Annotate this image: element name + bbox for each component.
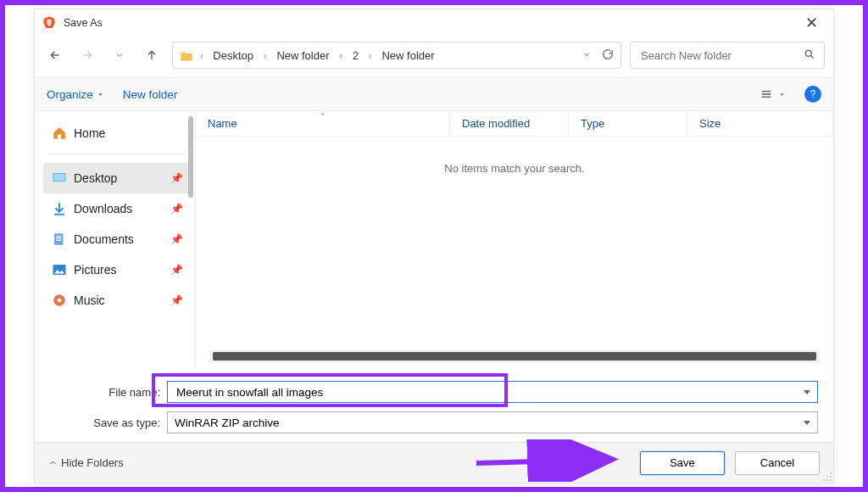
breadcrumb-segment[interactable]: New folder — [273, 48, 332, 64]
sidebar-scrollbar-thumb[interactable] — [188, 116, 193, 198]
toolbar: Organize New folder ? — [35, 77, 833, 111]
sidebar-item-documents[interactable]: Documents 📌 — [43, 224, 192, 254]
filename-input[interactable] — [175, 385, 795, 400]
pin-icon: 📌 — [170, 172, 183, 184]
sidebar-item-desktop[interactable]: Desktop 📌 — [43, 163, 192, 193]
horizontal-scrollbar[interactable] — [209, 350, 820, 362]
chevron-right-icon: › — [338, 51, 344, 60]
save-as-dialog: Save As ✕ › Desktop › New folder › 2 › N… — [34, 8, 834, 484]
nav-forward-button[interactable] — [75, 43, 99, 67]
nav-row: › Desktop › New folder › 2 › New folder — [35, 36, 833, 77]
svg-rect-3 — [54, 233, 64, 245]
main-area: Home Desktop 📌 Downloads 📌 Documents 📌 — [35, 111, 833, 367]
svg-rect-4 — [56, 236, 61, 237]
address-dropdown-icon[interactable] — [581, 49, 592, 62]
download-icon — [52, 201, 67, 216]
refresh-button[interactable] — [602, 48, 614, 63]
close-button[interactable]: ✕ — [797, 12, 826, 34]
chevron-right-icon: › — [198, 51, 204, 60]
view-options-button[interactable] — [760, 88, 786, 100]
sidebar-item-music[interactable]: Music 📌 — [43, 285, 192, 316]
search-input[interactable] — [639, 48, 804, 63]
search-icon[interactable] — [804, 48, 815, 63]
search-box[interactable] — [630, 42, 825, 69]
cancel-button[interactable]: Cancel — [735, 451, 820, 475]
nav-back-button[interactable] — [43, 43, 67, 67]
home-icon — [52, 126, 67, 141]
filename-type-area: File name: Save as type: WinRAR ZIP arch… — [35, 367, 833, 442]
pin-icon: 📌 — [170, 203, 183, 215]
file-list-area: ⌃ Name Date modified Type Size No items … — [196, 111, 833, 367]
sidebar-item-label: Pictures — [74, 263, 164, 277]
pin-icon: 📌 — [170, 294, 183, 306]
hide-folders-toggle[interactable]: Hide Folders — [48, 456, 124, 469]
sidebar-item-downloads[interactable]: Downloads 📌 — [43, 193, 192, 224]
chevron-right-icon: › — [262, 51, 268, 60]
sidebar-item-label: Music — [74, 294, 164, 307]
pin-icon: 📌 — [170, 233, 183, 245]
documents-icon — [52, 232, 67, 247]
column-header-name[interactable]: ⌃ Name — [196, 111, 450, 136]
sidebar-item-pictures[interactable]: Pictures 📌 — [43, 254, 192, 285]
filename-combo[interactable] — [167, 381, 818, 403]
sidebar-item-label: Desktop — [74, 171, 164, 185]
sidebar-item-label: Downloads — [74, 202, 164, 215]
save-as-type-label: Save as type: — [50, 417, 160, 429]
breadcrumb-segment[interactable]: Desktop — [209, 48, 257, 64]
sort-indicator-icon: ⌃ — [320, 112, 326, 120]
nav-up-button[interactable] — [140, 43, 164, 67]
column-header-size[interactable]: Size — [687, 111, 833, 136]
empty-state-message: No items match your search. — [196, 137, 833, 350]
window-title: Save As — [64, 17, 103, 29]
pictures-icon — [52, 262, 67, 277]
dialog-footer: Hide Folders Save Cancel — [35, 442, 833, 483]
sidebar-item-home[interactable]: Home — [43, 118, 192, 148]
sidebar-item-label: Home — [74, 126, 183, 140]
svg-point-0 — [805, 50, 811, 56]
brave-app-icon — [42, 15, 57, 31]
filename-label: File name: — [50, 386, 160, 399]
svg-point-9 — [58, 299, 62, 303]
column-headers: ⌃ Name Date modified Type Size — [196, 111, 833, 137]
help-button[interactable]: ? — [804, 86, 821, 103]
titlebar: Save As ✕ — [35, 9, 833, 36]
breadcrumb-segment[interactable]: 2 — [349, 48, 362, 64]
nav-sidebar: Home Desktop 📌 Downloads 📌 Documents 📌 — [35, 111, 196, 367]
resize-grip[interactable] — [821, 471, 832, 481]
save-as-type-value: WinRAR ZIP archive — [175, 417, 280, 429]
folder-icon — [180, 49, 193, 61]
sidebar-item-label: Documents — [74, 232, 164, 246]
save-button[interactable]: Save — [640, 451, 725, 475]
sidebar-separator — [48, 154, 186, 154]
column-header-type[interactable]: Type — [569, 111, 687, 136]
organize-menu[interactable]: Organize — [47, 88, 104, 101]
desktop-icon — [52, 171, 67, 186]
save-as-type-combo[interactable]: WinRAR ZIP archive — [167, 411, 818, 433]
column-header-date[interactable]: Date modified — [450, 111, 569, 136]
breadcrumb-segment[interactable]: New folder — [378, 48, 437, 64]
address-bar[interactable]: › Desktop › New folder › 2 › New folder — [172, 42, 621, 69]
svg-rect-5 — [56, 238, 61, 239]
svg-rect-2 — [53, 174, 65, 181]
pin-icon: 📌 — [170, 264, 183, 276]
svg-rect-6 — [56, 240, 61, 241]
chevron-right-icon: › — [367, 51, 373, 60]
music-icon — [52, 293, 67, 308]
new-folder-button[interactable]: New folder — [123, 88, 178, 101]
nav-history-dropdown[interactable] — [108, 43, 131, 67]
